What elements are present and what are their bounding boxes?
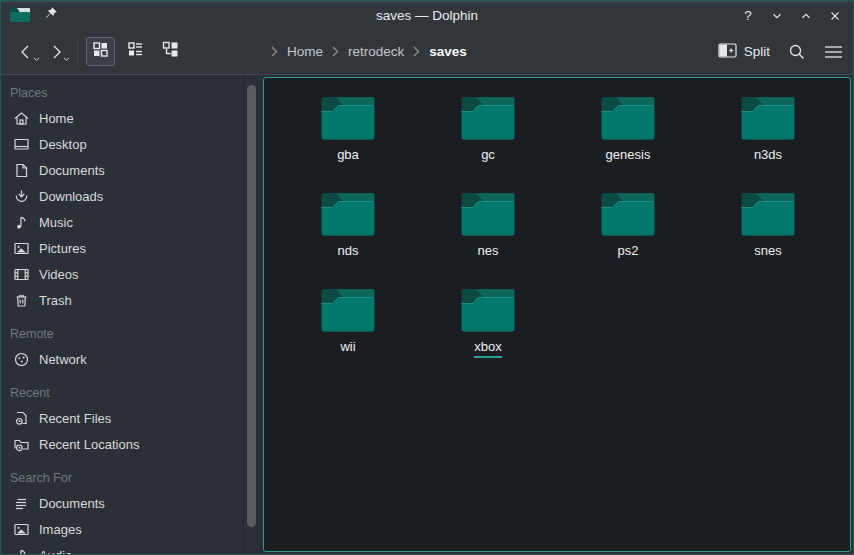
folder-label: wii: [340, 339, 355, 355]
scrollbar-track[interactable]: [243, 75, 244, 554]
sidebar-item-label: Home: [39, 111, 74, 126]
folder-label: xbox: [474, 339, 501, 358]
sidebar-item-audio[interactable]: Audio: [9, 542, 241, 554]
maximize-button[interactable]: [796, 6, 816, 26]
folder-app-icon: [9, 5, 31, 27]
sidebar-item-recent-locations[interactable]: Recent Locations: [9, 431, 241, 457]
sidebar-section: Recent Recent Files Recent Locations: [9, 381, 241, 457]
titlebar: saves — Dolphin ?: [1, 1, 853, 29]
folder-item-nes[interactable]: nes: [418, 190, 558, 286]
folder-icon: [740, 190, 796, 238]
folder-label: ps2: [618, 243, 639, 259]
recent-file-icon: [13, 410, 30, 427]
sidebar-item-images[interactable]: Images: [9, 516, 241, 542]
scrollbar-thumb[interactable]: [247, 85, 256, 527]
folder-item-xbox[interactable]: xbox: [418, 286, 558, 382]
sidebar-item-label: Network: [39, 352, 87, 367]
sidebar-item-label: Music: [39, 215, 73, 230]
folder-label: genesis: [606, 147, 651, 163]
pin-icon[interactable]: [43, 6, 58, 25]
forward-button[interactable]: [41, 36, 71, 68]
split-button[interactable]: Split: [718, 43, 770, 61]
sidebar-section: Places Home Desktop Documents Downloads …: [9, 81, 241, 313]
content-area: Places Home Desktop Documents Downloads …: [1, 75, 853, 554]
hamburger-menu-icon[interactable]: [824, 45, 843, 59]
folder-icon: [320, 190, 376, 238]
folder-icon: [320, 94, 376, 142]
folder-icon: [600, 94, 656, 142]
sidebar-item-label: Videos: [39, 267, 79, 282]
desktop-icon: [13, 136, 30, 153]
sidebar-item-label: Audio: [39, 548, 72, 555]
folder-icon: [460, 286, 516, 334]
sidebar-section-header: Recent: [9, 381, 241, 405]
sidebar-item-videos[interactable]: Videos: [9, 261, 241, 287]
sidebar-item-documents[interactable]: Documents: [9, 490, 241, 516]
sidebar-section-header: Remote: [9, 322, 241, 346]
minimize-button[interactable]: [767, 6, 787, 26]
chevron-right-icon: [332, 46, 339, 57]
sidebar-item-documents[interactable]: Documents: [9, 157, 241, 183]
folder-label: nes: [478, 243, 499, 259]
folder-icon: [460, 190, 516, 238]
folder-label: n3ds: [754, 147, 782, 163]
back-button[interactable]: [11, 36, 41, 68]
details-tree-view-icon: [162, 41, 179, 62]
folder-icon: [460, 94, 516, 142]
sidebar-item-label: Recent Files: [39, 411, 111, 426]
film-icon: [13, 266, 30, 283]
breadcrumb-current[interactable]: saves: [429, 44, 467, 59]
icons-view-icon: [92, 41, 109, 62]
sidebar-item-desktop[interactable]: Desktop: [9, 131, 241, 157]
compact-view-icon: [127, 41, 144, 62]
trash-icon: [13, 292, 30, 309]
compact-view-button[interactable]: [121, 37, 150, 66]
folder-label: nds: [338, 243, 359, 259]
folder-item-nds[interactable]: nds: [278, 190, 418, 286]
sidebar-item-music[interactable]: Music: [9, 209, 241, 235]
close-button[interactable]: [825, 6, 845, 26]
folder-item-n3ds[interactable]: n3ds: [698, 94, 838, 190]
folder-item-gba[interactable]: gba: [278, 94, 418, 190]
sidebar-item-pictures[interactable]: Pictures: [9, 235, 241, 261]
sidebar-item-home[interactable]: Home: [9, 105, 241, 131]
sidebar-item-label: Trash: [39, 293, 72, 308]
search-icon[interactable]: [788, 43, 806, 61]
chevron-right-icon: [271, 46, 278, 57]
icons-view-button[interactable]: [86, 37, 115, 66]
network-icon: [13, 351, 30, 368]
details-view-button[interactable]: [156, 37, 185, 66]
doc-lines-icon: [13, 495, 30, 512]
folder-item-snes[interactable]: snes: [698, 190, 838, 286]
sidebar-item-label: Recent Locations: [39, 437, 139, 452]
folder-label: gba: [337, 147, 359, 163]
folder-view[interactable]: gba gc genesis: [263, 77, 851, 552]
download-icon: [13, 188, 30, 205]
breadcrumb-retrodeck[interactable]: retrodeck: [348, 44, 404, 59]
forward-history-caret-icon[interactable]: [63, 48, 70, 66]
folder-grid: gba gc genesis: [264, 78, 850, 382]
sidebar-item-network[interactable]: Network: [9, 346, 241, 372]
home-icon: [13, 110, 30, 127]
breadcrumb-home[interactable]: Home: [287, 44, 323, 59]
folder-label: snes: [754, 243, 781, 259]
document-icon: [13, 162, 30, 179]
folder-item-gc[interactable]: gc: [418, 94, 558, 190]
folder-item-wii[interactable]: wii: [278, 286, 418, 382]
folder-icon: [320, 286, 376, 334]
sidebar-item-trash[interactable]: Trash: [9, 287, 241, 313]
toolbar: Home retrodeck saves Spl: [1, 29, 853, 75]
sidebar-item-downloads[interactable]: Downloads: [9, 183, 241, 209]
places-panel: Places Home Desktop Documents Downloads …: [1, 75, 241, 554]
help-button[interactable]: ?: [738, 6, 758, 26]
image-icon: [13, 521, 30, 538]
sidebar-section: Search For Documents Images Audio: [9, 466, 241, 554]
sidebar-item-label: Images: [39, 522, 82, 537]
recent-folder-icon: [13, 436, 30, 453]
sidebar-item-recent-files[interactable]: Recent Files: [9, 405, 241, 431]
folder-item-genesis[interactable]: genesis: [558, 94, 698, 190]
sidebar-item-label: Documents: [39, 496, 105, 511]
folder-item-ps2[interactable]: ps2: [558, 190, 698, 286]
back-history-caret-icon[interactable]: [33, 48, 40, 66]
toolbar-separator: [77, 39, 78, 65]
